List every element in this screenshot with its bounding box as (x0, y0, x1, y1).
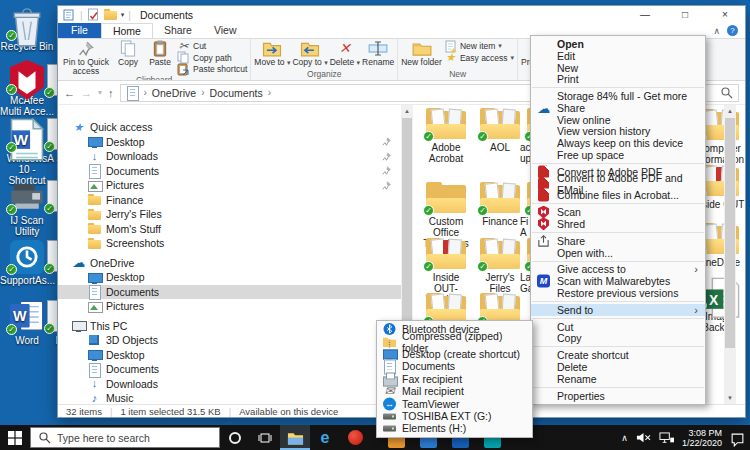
ribbon-button-delete[interactable]: Delete ▾ (330, 40, 360, 68)
nav-item-documents[interactable]: Documents (58, 362, 401, 377)
menu-item-view-version-history[interactable]: View version history (531, 126, 705, 138)
file-item-finance[interactable]: ✓ Finance (474, 182, 526, 227)
qat-customize-icon[interactable]: ▾ (121, 11, 125, 19)
ribbon-button-paste-shortcut[interactable]: Paste shortcut (177, 64, 247, 75)
taskbar-app-file-explorer[interactable] (280, 425, 310, 450)
menu-item-send-to[interactable]: Send to › (531, 304, 705, 316)
up-button[interactable]: ↑ (108, 87, 114, 99)
menu-item-share[interactable]: Share (531, 102, 705, 114)
nav-item-screenshots[interactable]: Screenshots (58, 236, 401, 251)
minimize-ribbon-icon[interactable]: ∧ (713, 26, 720, 36)
scroll-down-icon[interactable]: ▼ (724, 392, 736, 404)
menu-item-edit[interactable]: Edit (531, 50, 705, 62)
ribbon-button-pin-to-quick-access[interactable]: Pin to Quick access (61, 40, 111, 75)
menu-item-convert-to-adobe-pdf-and-email[interactable]: Convert to Adobe PDF and EMail (531, 178, 705, 190)
menu-item-compressed-zipped-folder[interactable]: Compressed (zipped) folder (377, 335, 532, 347)
ribbon-button-copy-to[interactable]: Copy to ▾ (292, 40, 327, 68)
nav-item-pictures[interactable]: Pictures (58, 299, 401, 314)
menu-item-scan-with-malwarebytes[interactable]: Scan with Malwarebytes (531, 275, 705, 287)
tab-home[interactable]: Home (101, 23, 153, 38)
nav-item-this-pc[interactable]: This PC (58, 319, 401, 334)
menu-item-desktop-create-shortcut[interactable]: Desktop (create shortcut) (377, 348, 532, 360)
nav-item-documents[interactable]: Documents (58, 285, 401, 300)
ribbon-button-rename[interactable]: Rename (362, 40, 394, 67)
menu-item-open-with[interactable]: Open with... (531, 247, 705, 259)
minimize-button[interactable]: — (625, 6, 665, 23)
menu-item-documents[interactable]: Documents (377, 360, 532, 372)
menu-item-properties[interactable]: Properties (531, 390, 705, 402)
menu-item-copy[interactable]: Copy (531, 333, 705, 345)
nav-item-desktop[interactable]: Desktop (58, 348, 401, 363)
tab-share[interactable]: Share (153, 23, 203, 38)
file-item-jerry-s-files[interactable]: ✓ Jerry's Files (474, 238, 526, 294)
nav-item-music[interactable]: Music (58, 391, 401, 404)
network-icon[interactable] (659, 432, 674, 444)
menu-item-fax-recipient[interactable]: Fax recipient (377, 373, 532, 385)
ribbon-button-easy-access[interactable]: Easy access▾ (444, 53, 514, 64)
recent-locations-button[interactable]: ▾ (98, 88, 102, 97)
file-item-adobe-acrobat[interactable]: ✓ Adobe Acrobat (420, 108, 472, 164)
nav-item-downloads[interactable]: Downloads (58, 149, 401, 164)
breadcrumb-onedrive[interactable]: OneDrive (152, 87, 196, 99)
tray-chevron-icon[interactable]: ∧ (621, 433, 628, 443)
file-scrollbar-thumb[interactable] (725, 118, 735, 348)
nav-item-desktop[interactable]: Desktop (58, 270, 401, 285)
ribbon-button-cut[interactable]: Cut (177, 41, 247, 52)
ribbon-button-copy[interactable]: Copy (113, 40, 143, 67)
nav-item-finance[interactable]: Finance (58, 193, 401, 208)
ribbon-button-paste[interactable]: Paste (145, 40, 175, 67)
volume-muted-icon[interactable] (636, 432, 651, 444)
tab-view[interactable]: View (203, 23, 248, 38)
nav-item-desktop[interactable]: Desktop (58, 135, 401, 150)
start-button[interactable] (0, 425, 30, 450)
menu-item-toshiba-ext-g[interactable]: TOSHIBA EXT (G:) (377, 410, 532, 422)
menu-item-shred[interactable]: Shred (531, 218, 705, 230)
menu-item-share[interactable]: Share (531, 235, 705, 247)
taskbar-app-cortana[interactable] (220, 425, 250, 450)
maximize-button[interactable]: □ (665, 6, 705, 23)
menu-item-combine-files-in-acrobat[interactable]: Combine files in Acrobat... (531, 190, 705, 202)
menu-item-restore-previous-versions[interactable]: Restore previous versions (531, 287, 705, 299)
taskbar-app-task-view[interactable] (250, 425, 280, 450)
menu-item-create-shortcut[interactable]: Create shortcut (531, 349, 705, 361)
menu-item-teamviewer[interactable]: TeamViewer (377, 397, 532, 409)
menu-item-open[interactable]: Open (531, 38, 705, 50)
menu-item-give-access-to[interactable]: Give access to › (531, 264, 705, 276)
menu-item-delete[interactable]: Delete (531, 361, 705, 373)
back-button[interactable]: ← (64, 87, 75, 99)
nav-item-jerry-s-files[interactable]: Jerry's Files (58, 207, 401, 222)
file-item-aol[interactable]: ✓ AOL (474, 108, 526, 153)
taskbar-clock[interactable]: 3:08 PM 1/22/2020 (682, 428, 722, 448)
nav-item-onedrive[interactable]: OneDrive (58, 256, 401, 271)
file-scrollbar[interactable]: ▲ ▼ (724, 105, 736, 404)
menu-item-free-up-space[interactable]: Free up space (531, 149, 705, 161)
tab-file[interactable]: File (58, 23, 101, 38)
menu-item-always-keep-on-this-device[interactable]: Always keep on this device (531, 137, 705, 149)
nav-item-quick-access[interactable]: Quick access (58, 120, 401, 135)
menu-item-elements-h[interactable]: Elements (H:) (377, 422, 532, 434)
nav-item-downloads[interactable]: Downloads (58, 377, 401, 392)
ribbon-button-copy-path[interactable]: Copy path (177, 53, 247, 64)
menu-item-rename[interactable]: Rename (531, 373, 705, 385)
close-button[interactable]: × (705, 6, 745, 23)
menu-item-mail-recipient[interactable]: Mail recipient (377, 385, 532, 397)
breadcrumb-documents[interactable]: Documents (210, 87, 263, 99)
scroll-up-icon[interactable]: ▲ (724, 105, 736, 117)
menu-item-storage-84-full-get-more[interactable]: Storage 84% full - Get more (531, 90, 705, 102)
ribbon-button-new-item[interactable]: New item▾ (444, 41, 514, 52)
menu-item-view-online[interactable]: View online (531, 114, 705, 126)
menu-item-cut[interactable]: Cut (531, 321, 705, 333)
nav-item-mom-s-stuff[interactable]: Mom's Stuff (58, 222, 401, 237)
taskbar-app-red-app[interactable] (340, 425, 370, 450)
nav-item-3d-objects[interactable]: 3D Objects (58, 333, 401, 348)
desktop-icon-recycle-bin[interactable]: ✓ Recycle Bin (0, 6, 54, 52)
menu-item-new[interactable]: New (531, 62, 705, 74)
taskbar-search[interactable]: Type here to search (30, 427, 220, 448)
ribbon-button-move-to[interactable]: Move to ▾ (254, 40, 290, 68)
action-center-icon[interactable] (730, 432, 745, 444)
nav-item-pictures[interactable]: Pictures (58, 178, 401, 193)
ribbon-button-new-folder[interactable]: New folder (401, 40, 442, 67)
help-icon[interactable]: ? (727, 25, 738, 36)
menu-item-scan[interactable]: Scan (531, 206, 705, 218)
nav-item-documents[interactable]: Documents (58, 164, 401, 179)
